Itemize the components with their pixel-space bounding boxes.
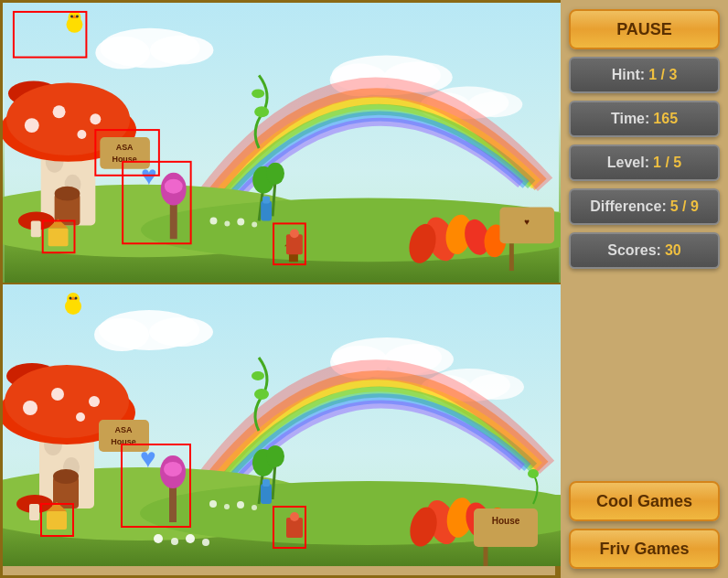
cool-games-button[interactable]: Cool Games xyxy=(569,481,720,521)
svg-rect-108 xyxy=(29,504,39,520)
svg-point-101 xyxy=(76,412,85,422)
svg-point-137 xyxy=(70,297,72,300)
svg-point-72 xyxy=(94,318,149,351)
svg-rect-34 xyxy=(31,220,41,237)
scores-label: Scores: xyxy=(607,242,661,259)
difference-value: 5 / 9 xyxy=(670,198,699,215)
svg-point-14 xyxy=(224,220,230,226)
svg-point-64 xyxy=(76,15,79,17)
svg-point-40 xyxy=(165,179,183,194)
svg-point-59 xyxy=(252,89,264,98)
svg-point-114 xyxy=(164,462,182,476)
level-value: 1 / 5 xyxy=(653,155,681,171)
time-label: Time: xyxy=(611,111,649,127)
svg-point-26 xyxy=(90,113,101,124)
svg-rect-45 xyxy=(261,201,272,221)
level-label: Level: xyxy=(607,155,649,171)
svg-point-44 xyxy=(266,163,284,185)
svg-rect-119 xyxy=(261,484,272,504)
svg-point-85 xyxy=(237,501,244,508)
hint-label: Hint: xyxy=(612,67,645,83)
svg-point-63 xyxy=(70,15,73,17)
level-info: Level: 1 / 5 xyxy=(569,144,720,181)
svg-rect-109 xyxy=(47,511,67,530)
scores-info: Scores: 30 xyxy=(569,232,720,269)
svg-text:♥: ♥ xyxy=(524,217,530,227)
svg-rect-35 xyxy=(48,228,69,246)
svg-point-57 xyxy=(290,229,299,238)
svg-text:House: House xyxy=(492,516,520,526)
svg-text:ASA: ASA xyxy=(116,143,134,152)
friv-games-button[interactable]: Friv Games xyxy=(569,529,720,569)
top-panel[interactable]: ASA House ♥ xyxy=(3,3,561,284)
pause-button[interactable]: PAUSE xyxy=(569,9,720,49)
svg-point-86 xyxy=(252,505,257,510)
svg-text:ASA: ASA xyxy=(114,425,133,434)
svg-point-16 xyxy=(252,221,257,227)
svg-point-90 xyxy=(202,539,209,546)
svg-point-88 xyxy=(171,538,178,545)
svg-point-89 xyxy=(186,534,195,543)
svg-point-87 xyxy=(154,534,163,543)
svg-point-132 xyxy=(254,389,269,400)
time-value: 165 xyxy=(653,111,678,127)
svg-point-84 xyxy=(224,504,230,509)
svg-point-73 xyxy=(149,317,213,347)
svg-point-27 xyxy=(77,130,86,139)
svg-point-129 xyxy=(528,469,539,478)
svg-point-2 xyxy=(95,37,150,70)
svg-point-25 xyxy=(53,105,66,118)
svg-rect-126 xyxy=(474,508,538,547)
time-info: Time: 165 xyxy=(569,101,720,137)
svg-point-98 xyxy=(23,401,37,415)
svg-rect-46 xyxy=(262,197,270,204)
svg-rect-120 xyxy=(262,479,270,487)
svg-point-131 xyxy=(290,512,299,521)
svg-point-32 xyxy=(55,187,80,201)
svg-point-24 xyxy=(25,118,39,133)
side-panel: PAUSE Hint: 1 / 3 Time: 165 Level: 1 / 5… xyxy=(558,0,728,578)
svg-point-15 xyxy=(237,218,244,225)
svg-point-100 xyxy=(89,396,100,407)
scores-value: 30 xyxy=(665,242,681,259)
svg-point-99 xyxy=(51,388,64,401)
hint-info: Hint: 1 / 3 xyxy=(569,57,720,93)
difference-info: Difference: 5 / 9 xyxy=(569,188,720,225)
svg-point-118 xyxy=(266,445,284,467)
svg-text:♥: ♥ xyxy=(140,443,156,473)
svg-point-138 xyxy=(75,297,78,300)
svg-point-58 xyxy=(254,106,269,117)
svg-point-3 xyxy=(150,36,214,65)
game-area: ASA House ♥ xyxy=(0,0,558,578)
svg-point-83 xyxy=(209,500,217,508)
svg-point-133 xyxy=(252,371,264,380)
difference-label: Difference: xyxy=(590,198,667,215)
svg-point-13 xyxy=(210,217,218,224)
svg-point-106 xyxy=(53,469,79,484)
bottom-panel[interactable]: ASA House ♥ xyxy=(3,284,561,566)
hint-value: 1 / 3 xyxy=(648,67,677,83)
